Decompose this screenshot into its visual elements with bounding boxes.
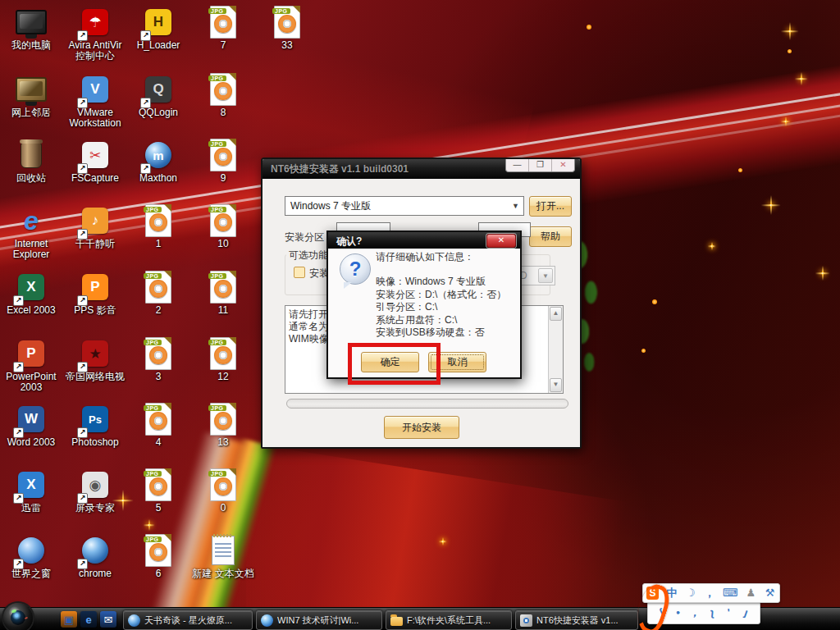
title-bar[interactable]: NT6快捷安装器 v1.1 build0301 — ❐ ✕ xyxy=(262,159,580,179)
fscapture-icon[interactable]: ✂↗FSCapture xyxy=(64,139,126,184)
ok-button[interactable]: 确定 xyxy=(361,352,419,372)
jpg-file-icon[interactable]: JPG4 xyxy=(127,404,189,448)
scrollbar[interactable]: ▲ ▼ xyxy=(548,306,563,393)
jpg-file-icon[interactable]: JPG0 xyxy=(192,469,254,514)
shortcut-arrow-icon: ↗ xyxy=(77,163,88,174)
scroll-up-button[interactable]: ▲ xyxy=(550,307,562,321)
user-icon[interactable]: ♟ xyxy=(745,586,757,600)
photoshop-icon[interactable]: Ps↗Photoshop xyxy=(64,404,126,448)
new-text-doc-icon[interactable]: 新建 文本文档 xyxy=(192,535,254,579)
desktop-icon-label: QQLogin xyxy=(127,107,189,118)
sogou-logo-icon[interactable]: S xyxy=(646,587,659,600)
image-combo-value: Windows 7 专业版 xyxy=(290,199,371,213)
desktop-icon-label: H_Loader xyxy=(127,40,189,51)
taskbar-task-1[interactable]: 天书奇谈 - 星火燎原... xyxy=(123,610,253,630)
close-icon[interactable]: ✕ xyxy=(486,234,516,248)
jpg-file-icon: JPG xyxy=(145,534,171,567)
jpg-file-icon[interactable]: JPG11 xyxy=(192,272,254,316)
desktop-icon-label: 1 xyxy=(127,239,189,249)
jpg-file-icon[interactable]: JPG9 xyxy=(192,139,254,184)
jpg-file-icon[interactable]: JPG8 xyxy=(192,74,254,118)
hloader-icon[interactable]: H↗H_Loader xyxy=(127,7,189,51)
qqlogin-icon[interactable]: Q↗QQLogin xyxy=(127,74,189,118)
wallpaper-wedge xyxy=(246,443,673,630)
jpg-file-icon: JPG xyxy=(145,271,171,304)
jpg-file-icon: JPG xyxy=(145,403,171,436)
help-button[interactable]: 帮助 xyxy=(529,226,572,247)
jpg-file-icon[interactable]: JPG6 xyxy=(127,535,189,579)
start-button[interactable] xyxy=(3,603,33,630)
vmware-icon[interactable]: V↗VMware Workstation xyxy=(64,74,126,129)
thunder-icon[interactable]: X↗迅雷 xyxy=(0,469,62,514)
task-label: NT6快捷安装器 v1... xyxy=(536,614,619,627)
chrome-icon[interactable]: ↗chrome xyxy=(64,535,126,579)
scroll-down-button[interactable]: ▼ xyxy=(550,378,562,392)
desktop-icon-label: 3 xyxy=(127,372,189,382)
installer-icon xyxy=(520,614,532,627)
screen-recorder-icon[interactable]: ◉↗屏录专家 xyxy=(64,469,126,514)
minimize-button[interactable]: — xyxy=(506,159,528,171)
network-places-icon[interactable]: 网上邻居 xyxy=(0,74,62,118)
jpg-file-icon[interactable]: JPG3 xyxy=(127,338,189,382)
jpg-file-icon: JPG xyxy=(210,468,236,501)
sparkle-decoration xyxy=(761,195,781,215)
ie-quicklaunch-icon[interactable]: e xyxy=(80,611,97,628)
recycle-bin-icon[interactable]: 回收站 xyxy=(0,139,62,184)
excel-2003-icon[interactable]: X↗Excel 2003 xyxy=(0,272,62,316)
taskbar-task-4[interactable]: NT6快捷安装器 v1... xyxy=(515,610,638,630)
my-computer-icon[interactable]: 我的电脑 xyxy=(0,7,62,51)
soft-keyboard-icon[interactable]: ⌨ xyxy=(723,586,738,600)
jpg-file-icon[interactable]: JPG7 xyxy=(192,7,254,51)
jpg-file-icon: JPG xyxy=(210,73,236,106)
new-text-doc-icon xyxy=(212,536,235,565)
jpg-file-icon[interactable]: JPG33 xyxy=(256,7,318,51)
ttplayer-icon[interactable]: ♪↗千千静听 xyxy=(64,205,126,249)
pps-icon[interactable]: P↗PPS 影音 xyxy=(64,272,126,316)
tools-icon[interactable]: ⚒ xyxy=(764,586,776,600)
close-button[interactable]: ✕ xyxy=(551,159,574,171)
maxthon-icon[interactable]: m↗Maxthon xyxy=(127,139,189,184)
install-checkbox[interactable] xyxy=(294,267,305,278)
jpg-file-icon[interactable]: JPG13 xyxy=(192,404,254,448)
start-install-button[interactable]: 开始安装 xyxy=(384,416,459,439)
maximize-button[interactable]: ❐ xyxy=(528,159,551,171)
globe-icon xyxy=(128,614,140,627)
chinese-mode-icon[interactable]: 中 xyxy=(665,586,678,600)
punctuation-icon[interactable]: ， xyxy=(704,586,716,600)
desktop-icon-label: Avira AntiVir 控制中心 xyxy=(64,40,126,62)
jpg-file-icon[interactable]: JPG5 xyxy=(127,469,189,514)
empire-tv-icon[interactable]: ★↗帝国网络电视 xyxy=(64,338,126,382)
jpg-file-icon: JPG xyxy=(210,403,236,436)
jpg-file-icon: JPG xyxy=(145,204,171,237)
image-select-combo[interactable]: Windows 7 专业版 ▼ xyxy=(285,196,524,216)
sogou-language-bar[interactable]: S中☽，⌨♟⚒ xyxy=(642,583,780,603)
jpg-file-icon[interactable]: JPG12 xyxy=(192,338,254,382)
cancel-button[interactable]: 取消 xyxy=(428,352,486,372)
recycle-bin-icon xyxy=(21,142,42,168)
confirm-title-bar[interactable]: 确认? ✕ xyxy=(328,232,520,249)
shortcut-arrow-icon: ↗ xyxy=(13,559,24,569)
word-2003-icon[interactable]: W↗Word 2003 xyxy=(0,404,62,448)
desktop-icon-label: 回收站 xyxy=(0,173,62,184)
jpg-file-icon[interactable]: JPG1 xyxy=(127,205,189,249)
media-quicklaunch-icon[interactable]: ▣ xyxy=(61,611,77,628)
glow-dot-decoration xyxy=(738,168,742,172)
jpg-file-icon: JPG xyxy=(210,271,236,304)
jpg-file-icon: JPG xyxy=(210,139,236,171)
sparkle-decoration xyxy=(795,72,808,85)
mail-quicklaunch-icon[interactable]: ✉ xyxy=(100,611,116,628)
powerpoint-2003-icon[interactable]: P↗PowerPoint 2003 xyxy=(0,338,62,393)
jpg-file-icon[interactable]: JPG2 xyxy=(127,272,189,316)
sparkle-decoration xyxy=(815,266,830,281)
taskbar-task-2[interactable]: WIN7 技术研讨|Wi... xyxy=(256,610,382,630)
taskbar-task-3[interactable]: F:\软件夹\系统工具... xyxy=(386,610,512,630)
shortcut-arrow-icon: ↗ xyxy=(77,229,88,240)
world-window-icon[interactable]: ↗世界之窗 xyxy=(0,535,62,579)
jpg-file-icon[interactable]: JPG10 xyxy=(192,205,254,249)
open-button[interactable]: 打开... xyxy=(529,196,572,217)
moon-mode-icon[interactable]: ☽ xyxy=(684,586,696,600)
desktop-icon-label: 7 xyxy=(192,40,254,51)
avira-antivir-icon[interactable]: ☂↗Avira AntiVir 控制中心 xyxy=(64,7,126,62)
internet-explorer-icon[interactable]: eInternet Explorer xyxy=(0,205,62,260)
glitch-glyph: ' xyxy=(722,605,736,621)
